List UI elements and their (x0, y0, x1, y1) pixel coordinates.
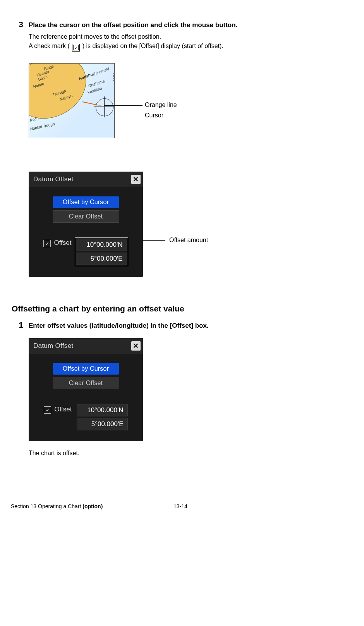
map-label: Nankai Trough (30, 122, 55, 131)
clear-offset-button[interactable]: Clear Offset (53, 210, 119, 223)
datum-offset-panel-2: Datum Offset ✕ Offset by Cursor Clear Of… (29, 338, 352, 441)
page-footer: Section 13 Operating a Chart (option) 13… (0, 461, 364, 516)
step-number: 3 (12, 20, 23, 31)
map-label: Onahama (88, 79, 105, 88)
close-icon[interactable]: ✕ (131, 175, 141, 184)
offset-by-cursor-button[interactable]: Offset by Cursor (53, 196, 119, 208)
offset-checkbox[interactable]: ✓ (43, 240, 51, 247)
offset-amount-callout: Offset amount (142, 237, 208, 244)
offset-lon-field[interactable]: 5°00.000'E (76, 253, 127, 265)
footer-page-number: 13-14 (173, 503, 187, 509)
callout-line-icon (113, 116, 143, 116)
callout-cursor: Cursor (145, 112, 163, 119)
offset-lon-field[interactable]: 5°00.000'E (77, 418, 128, 430)
cursor-circle-icon (96, 98, 113, 116)
step-3-line1: The reference point moves to the offset … (29, 32, 352, 41)
map-image: Ridge Yamato Basin Nanao Tsuruga Nagoya … (29, 63, 115, 138)
map-label: Ishinomaki (91, 67, 110, 77)
closing-text: The chart is offset. (29, 450, 352, 457)
panel-title: Datum Offset (33, 175, 73, 183)
datum-offset-window: Datum Offset ✕ Offset by Cursor Clear Of… (29, 172, 143, 277)
section-heading: Offsetting a chart by entering an offset… (12, 304, 352, 313)
map-label: Kochi (29, 116, 40, 122)
panel-title: Datum Offset (33, 342, 73, 350)
checkbox-icon: ✓ (72, 44, 80, 52)
callout-line-icon (142, 240, 165, 241)
datum-offset-window: Datum Offset ✕ Offset by Cursor Clear Of… (29, 338, 143, 441)
step-1-header: 1 Enter offset values (latitude/longitud… (12, 320, 352, 331)
datum-offset-panel-1: Datum Offset ✕ Offset by Cursor Clear Of… (29, 172, 352, 277)
step-3-body: The reference point moves to the offset … (29, 32, 352, 52)
offset-label: Offset (54, 406, 72, 413)
offset-value-highlight: 10°00.000'N 5°00.000'E (75, 237, 128, 266)
offset-label: Offset (54, 239, 71, 247)
callout-line-icon (104, 105, 143, 106)
offset-lat-field[interactable]: 10°00.000'N (76, 239, 127, 251)
step-3-header: 3 Place the cursor on the offset positio… (12, 20, 352, 31)
callout-orange-line: Orange line (145, 101, 177, 108)
step-1-title: Enter offset values (latitude/longitude)… (29, 320, 209, 331)
panel-title-bar: Datum Offset ✕ (29, 338, 143, 354)
map-figure: Ridge Yamato Basin Nanao Tsuruga Nagoya … (29, 63, 352, 141)
step-3-title: Place the cursor on the offset position … (29, 20, 237, 31)
step-3-line2: A check mark ( ✓ ) is displayed on the [… (29, 41, 352, 52)
clear-offset-button[interactable]: Clear Offset (53, 377, 119, 389)
map-label: JAPA (113, 72, 115, 82)
footer-section: Section 13 Operating a Chart (option) (11, 503, 173, 509)
step-number: 1 (12, 320, 23, 331)
offset-by-cursor-button[interactable]: Offset by Cursor (53, 363, 119, 375)
callout-offset-amount: Offset amount (169, 237, 208, 244)
offset-checkbox[interactable]: ✓ (44, 406, 51, 414)
panel-title-bar: Datum Offset ✕ (29, 172, 143, 187)
offset-lat-field[interactable]: 10°00.000'N (77, 404, 128, 416)
close-icon[interactable]: ✕ (131, 341, 141, 351)
